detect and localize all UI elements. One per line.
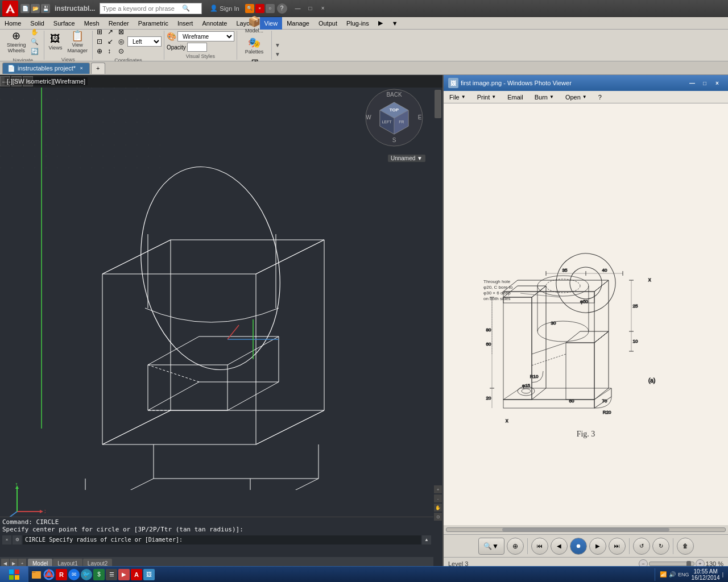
menu-plugins[interactable]: Plug-ins [342,17,374,30]
cad-viewport[interactable]: [-][SW Isometric][Wireframe] — □ × [0,75,444,569]
network-icon[interactable]: 📶 [660,571,667,577]
open-file-btn[interactable]: 📂 [31,4,40,13]
orbit-btn[interactable]: 🔄 [29,47,42,56]
cad-3d-drawing [34,92,410,490]
pv-first-btn[interactable]: ⏮ [531,538,548,555]
svg-text:φ15: φ15 [522,383,531,388]
connect-btn[interactable]: ○ [266,4,275,13]
pv-delete-btn[interactable]: 🗑 [677,538,694,555]
taskbar-explorer[interactable] [31,569,42,580]
pv-menu-print[interactable]: Print ▼ [471,91,502,103]
pv-minimize-btn[interactable]: — [686,76,698,90]
close-btn[interactable]: × [317,1,329,16]
taskbar-autocad[interactable]: A [131,569,142,580]
menu-insert[interactable]: Insert [173,17,198,30]
pv-next-btn[interactable]: ▶ [589,538,606,555]
orbit-icon[interactable]: ⊙ [434,513,442,521]
palettes-btn[interactable]: 🎭 Palettes [243,35,266,56]
doc-tab-main[interactable]: 📄 instructables project* × [2,63,90,74]
taskbar-chrome[interactable] [43,569,55,580]
menu-more[interactable]: ▶ [374,17,387,30]
pv-scroll-thumb[interactable] [502,528,669,531]
doc-tab-close[interactable]: × [78,65,85,72]
sign-in-btn[interactable]: 👤 Sign In [206,5,242,12]
steering-wheels-btn[interactable]: ⊕ SteeringWheels [5,28,28,55]
coord-icon3[interactable]: ⊕ [95,47,104,56]
pv-search-btn[interactable]: 🔍▼ [478,538,504,555]
taskbar-photovwr[interactable]: 🖼 [143,569,155,580]
pv-menu-file[interactable]: File ▼ [444,91,471,103]
taskbar-app3[interactable]: R [56,569,67,580]
volume-icon[interactable]: 🔊 [669,571,676,577]
coord-icon4[interactable]: ↗ [106,27,115,36]
nav-cube[interactable]: BACK W E S TOP LEFT FR [363,86,425,149]
views-group: 🖼 Views 📋 ViewManager Views [44,31,93,60]
visual-style-select[interactable]: Wireframe Conceptual Realistic [177,31,234,41]
pv-restore-btn[interactable]: □ [698,76,711,90]
opacity-input[interactable]: 60 [187,43,207,52]
command-dropdown[interactable]: CIRCLE Specify radius of circle or [Diam… [23,535,421,544]
minimize-btn[interactable]: — [292,1,304,16]
taskbar-app7[interactable]: ☰ [106,569,117,580]
coord-icon1[interactable]: ⊞ [95,27,104,36]
pv-slideshow-btn[interactable]: ⏺ [570,538,587,555]
scrollbar-thumb[interactable] [435,90,441,118]
bing-btn[interactable]: 🔍 [245,4,254,13]
pv-menu-help[interactable]: ? [593,91,607,103]
coord-icon9[interactable]: ⊙ [117,47,126,56]
system-clock[interactable]: 10:55 AM 16/12/2014 [692,568,720,581]
new-file-btn[interactable]: 📄 [20,4,30,13]
zoom-btn[interactable]: 🔍 [29,37,42,46]
exchange-btn[interactable]: × [255,4,264,13]
save-btn[interactable]: 💾 [41,4,50,13]
pv-menu-email[interactable]: Email [502,91,529,103]
pv-image-area[interactable]: 35 40 25 10 [444,103,728,525]
model-btn[interactable]: 📦 Model... [243,14,266,35]
taskbar-app5[interactable]: 🐦 [81,569,92,580]
pv-last-btn[interactable]: ⏭ [609,538,626,555]
views-btn[interactable]: 🖼 Views [47,28,65,55]
coord-icon7[interactable]: ⊠ [117,27,126,36]
svg-marker-40 [40,510,43,513]
show-desktop-btn[interactable]: | [722,572,723,577]
coord-icon6[interactable]: ↕ [106,47,115,56]
search-input[interactable] [102,5,182,12]
pv-menu-open[interactable]: Open ▼ [560,91,593,103]
pv-close-btn[interactable]: × [711,76,723,90]
menu-annotate[interactable]: Annotate [197,17,231,30]
pv-zoom-in-btn[interactable]: ⊕ [507,538,524,555]
taskbar-app8[interactable]: ▶ [118,569,130,580]
coord-icon8[interactable]: ◎ [117,37,126,46]
zoom-out-icon[interactable]: - [434,494,442,502]
taskbar-thunderbird[interactable]: ✉ [68,569,80,580]
menu-dropdown[interactable]: ▼ [387,17,403,30]
pv-prev-btn[interactable]: ◀ [551,538,568,555]
cmd-settings-btn[interactable]: ⚙ [13,535,22,544]
coordinates-select[interactable]: Left Right [127,36,162,47]
help-btn[interactable]: ? [277,3,287,14]
pv-rotate-ccw-btn[interactable]: ↺ [633,538,650,555]
menu-manage[interactable]: Manage [282,17,314,30]
start-button[interactable] [0,566,28,583]
coord-icon2[interactable]: ⊡ [95,37,104,46]
coord-icon5[interactable]: ↙ [106,37,115,46]
view-manager-btn[interactable]: 📋 ViewManager [65,28,90,55]
cmd-scroll-up[interactable]: ▲ [422,535,431,544]
doc-tab-new[interactable]: + [91,63,105,74]
pv-rotate-cw-btn[interactable]: ↻ [652,538,669,555]
unnamed-badge[interactable]: Unnamed ▼ [388,155,425,162]
maximize-btn[interactable]: □ [304,1,317,16]
search-bar[interactable]: 🔍 [100,3,202,14]
zoom-slider[interactable] [649,562,694,566]
expand-btn[interactable]: ▼ [273,40,282,49]
zoom-in-icon[interactable]: + [434,485,442,493]
collapse-btn[interactable]: ▼ [273,49,282,59]
pan-btn[interactable]: ✋ [29,27,42,36]
taskbar-app6[interactable]: $ [93,569,105,580]
pan-icon[interactable]: ✋ [434,504,442,512]
cmd-close-btn[interactable]: × [2,535,11,544]
vertical-scrollbar[interactable]: + - ✋ ⊙ [433,88,442,523]
menu-output[interactable]: Output [314,17,342,30]
pv-menu-burn[interactable]: Burn ▼ [529,91,560,103]
pv-scrollbar[interactable] [444,525,728,534]
